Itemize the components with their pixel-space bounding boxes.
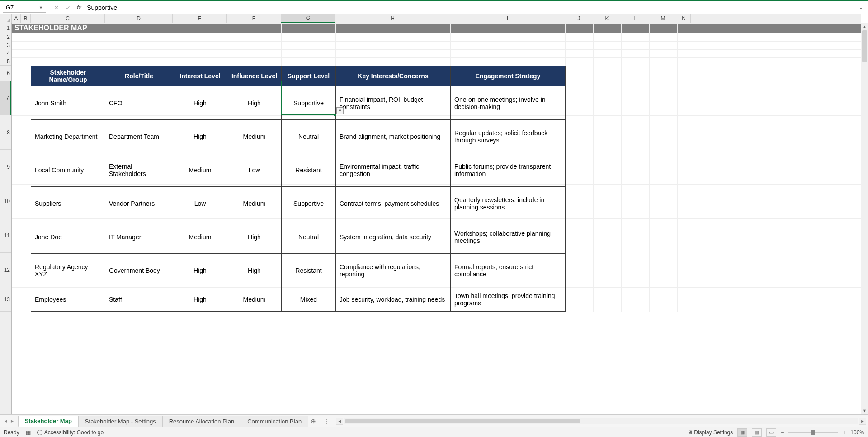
table-cell[interactable]: Staff [105,287,173,312]
table-cell[interactable]: Medium [227,187,282,220]
row-header-7[interactable]: 7 [0,81,11,115]
horizontal-scrollbar[interactable]: ◄ ► [334,418,868,425]
table-cell[interactable]: High [173,86,227,120]
fx-icon[interactable]: fx [74,4,84,11]
hscroll-thumb[interactable] [345,419,580,423]
column-header-C[interactable]: C [31,14,105,23]
row-header-6[interactable]: 6 [0,66,11,81]
table-cell[interactable]: Low [173,187,227,220]
table-cell[interactable]: Resistant [282,153,336,187]
sheet-tab[interactable]: Resource Allocation Plan [162,416,241,427]
name-box[interactable]: G7 ▼ [3,3,46,13]
table-cell[interactable]: Supportive [282,187,336,220]
table-cell[interactable]: External Stakeholders [105,153,173,187]
table-cell[interactable]: Neutral [282,120,336,153]
column-header-E[interactable]: E [173,14,227,23]
display-settings-button[interactable]: 🖥 Display Settings [687,429,733,436]
tab-nav-next-button[interactable]: ► [10,418,14,423]
row-header-12[interactable]: 12 [0,253,11,287]
table-cell[interactable]: Employees [31,287,105,312]
table-cell[interactable]: Neutral [282,220,336,254]
zoom-in-button[interactable]: + [843,429,846,436]
row-header-5[interactable]: 5 [0,57,11,66]
table-cell[interactable]: Environmental impact, traffic congestion [336,153,451,187]
sheet-tab[interactable]: Communication Plan [241,416,308,427]
scroll-left-button[interactable]: ◄ [336,418,343,425]
vscroll-track[interactable] [861,30,868,407]
scroll-up-button[interactable]: ▲ [861,23,868,30]
row-header-3[interactable]: 3 [0,41,11,49]
row-header-10[interactable]: 10 [0,184,11,218]
column-header-G[interactable]: G [281,14,335,23]
table-cell[interactable]: Medium [173,220,227,254]
table-cell[interactable]: High [173,287,227,312]
table-cell[interactable]: High [227,86,282,120]
table-header-cell[interactable]: Support Level [282,66,336,86]
column-header-J[interactable]: J [565,14,593,23]
row-header-9[interactable]: 9 [0,150,11,184]
table-header-cell[interactable]: Key Interests/Concerns [336,66,451,86]
row-header-4[interactable]: 4 [0,49,11,57]
table-cell[interactable]: Marketing Department [31,120,105,153]
vscroll-thumb[interactable] [862,30,867,62]
table-cell[interactable]: Town hall meetings; provide training pro… [451,287,566,312]
table-cell[interactable]: Resistant [282,254,336,287]
table-cell[interactable]: Compliance with regulations, reporting [336,254,451,287]
table-header-cell[interactable]: Engagement Strategy [451,66,566,86]
table-cell[interactable]: Department Team [105,120,173,153]
table-header-cell[interactable]: Role/Title [105,66,173,86]
table-cell[interactable]: CFO [105,86,173,120]
table-cell[interactable]: Job security, workload, training needs [336,287,451,312]
cell-dropdown-button[interactable]: ▼ [336,107,344,114]
scroll-down-button[interactable]: ▼ [861,407,868,414]
table-cell[interactable]: High [173,120,227,153]
column-header-B[interactable]: B [21,14,31,23]
table-cell[interactable]: High [227,220,282,254]
zoom-knob[interactable] [811,430,815,435]
table-cell[interactable]: Formal reports; ensure strict compliance [451,254,566,287]
table-cell[interactable]: IT Manager [105,220,173,254]
table-cell[interactable]: Mixed [282,287,336,312]
sheet-tab[interactable]: Stakeholder Map [18,416,79,427]
formula-cancel-button[interactable]: ✕ [51,3,62,13]
zoom-slider[interactable] [788,432,838,433]
scroll-right-button[interactable]: ► [859,418,866,425]
select-all-triangle[interactable] [0,14,12,23]
table-cell[interactable]: High [227,254,282,287]
table-cell[interactable]: Local Community [31,153,105,187]
table-cell[interactable]: Medium [227,120,282,153]
column-header-N[interactable]: N [677,14,691,23]
table-header-cell[interactable]: Interest Level [173,66,227,86]
table-cell[interactable]: Vendor Partners [105,187,173,220]
tabs-menu-button[interactable]: ⋮ [319,418,334,425]
vertical-scrollbar[interactable]: ▲ ▼ [861,23,868,414]
row-header-2[interactable]: 2 [0,33,11,41]
table-cell[interactable]: Public forums; provide transparent infor… [451,153,566,187]
hscroll-track[interactable] [344,418,858,424]
table-cell[interactable]: Jane Doe [31,220,105,254]
accessibility-status[interactable]: Accessibility: Good to go [37,429,104,436]
formula-confirm-button[interactable]: ✓ [62,3,74,13]
table-cell[interactable]: Brand alignment, market positioning [336,120,451,153]
table-cell[interactable]: Supportive [282,86,336,120]
table-cell[interactable]: Suppliers [31,187,105,220]
column-header-D[interactable]: D [105,14,173,23]
formula-input[interactable] [84,3,856,13]
table-cell[interactable]: Regulatory Agency XYZ [31,254,105,287]
column-header-M[interactable]: M [649,14,677,23]
macro-record-icon[interactable]: ▦ [26,429,31,436]
table-cell[interactable]: System integration, data security [336,220,451,254]
chevron-down-icon[interactable]: ▼ [39,5,43,10]
cells-canvas[interactable]: STAKEHOLDER MAP Stakeholder Name/GroupRo… [12,23,861,414]
column-header-L[interactable]: L [621,14,649,23]
zoom-out-button[interactable]: − [781,429,784,436]
row-header-13[interactable]: 13 [0,287,11,312]
table-cell[interactable]: Quarterly newsletters; include in planni… [451,187,566,220]
table-cell[interactable]: Workshops; collaborative planning meetin… [451,220,566,254]
page-break-view-button[interactable]: ▭ [766,428,776,437]
row-header-8[interactable]: 8 [0,115,11,150]
tab-nav-prev-button[interactable]: ◄ [4,418,8,423]
table-header-cell[interactable]: Stakeholder Name/Group [31,66,105,86]
table-cell[interactable]: John Smith [31,86,105,120]
table-cell[interactable]: Medium [173,153,227,187]
